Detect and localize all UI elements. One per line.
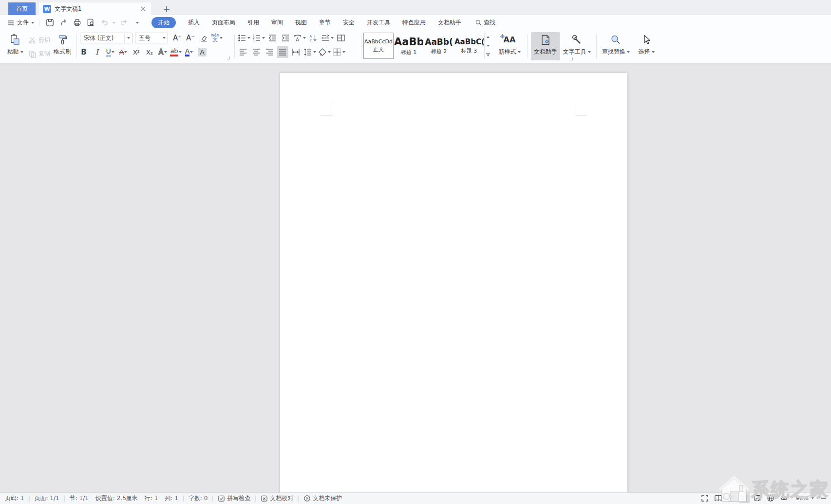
- zoom-out-button[interactable]: [818, 493, 829, 503]
- justify-button[interactable]: [277, 46, 288, 58]
- underline-button[interactable]: U: [104, 46, 116, 58]
- customize-quick-access-caret[interactable]: [136, 22, 139, 24]
- style-gallery-more[interactable]: [485, 50, 491, 59]
- menu-tab-references[interactable]: 引用: [247, 19, 259, 27]
- style-heading2[interactable]: AaBb( 标题 2: [424, 33, 454, 59]
- eye-protection-icon[interactable]: [778, 493, 789, 503]
- status-protection[interactable]: 文档未保护: [303, 494, 342, 503]
- style-heading3[interactable]: AaBbC( 标题 3: [454, 33, 484, 59]
- strikethrough-button[interactable]: A: [117, 46, 129, 58]
- font-size-dropdown[interactable]: [160, 33, 168, 43]
- undo-dropdown-caret[interactable]: [113, 22, 115, 24]
- close-tab-icon[interactable]: ×: [139, 5, 147, 13]
- subscript-button[interactable]: X₂: [144, 46, 155, 58]
- find-replace-button[interactable]: 查找替换: [599, 32, 632, 60]
- edit-mode-icon[interactable]: [726, 493, 737, 503]
- doc-assistant-button[interactable]: 文档助手: [531, 32, 560, 60]
- status-margin-setting[interactable]: 设置值: 2.5厘米: [95, 494, 138, 503]
- font-name-combobox[interactable]: 宋体 (正文): [80, 33, 132, 43]
- clear-format-button[interactable]: [198, 32, 209, 44]
- print-preview-button[interactable]: [85, 18, 96, 28]
- web-layout-icon[interactable]: [765, 493, 776, 503]
- read-layout-icon[interactable]: [713, 493, 723, 503]
- copy-button[interactable]: 复制: [28, 48, 50, 59]
- page-view-icon[interactable]: [739, 493, 750, 503]
- save-button[interactable]: [44, 18, 55, 28]
- new-tab-button[interactable]: +: [163, 2, 170, 15]
- status-line[interactable]: 行: 1: [145, 494, 158, 503]
- page-setup-grid-button[interactable]: [335, 32, 347, 44]
- export-pdf-button[interactable]: [58, 18, 69, 28]
- decrease-font-button[interactable]: A⁻: [185, 32, 196, 44]
- new-style-button[interactable]: AA 新样式: [495, 32, 524, 60]
- text-tool-button[interactable]: 文字工具: [561, 32, 592, 60]
- cut-button[interactable]: 剪切: [28, 35, 50, 45]
- paste-button[interactable]: 粘贴: [4, 32, 26, 60]
- zoom-caret[interactable]: [811, 497, 814, 499]
- wrench-icon: [570, 34, 583, 46]
- pinyin-guide-button[interactable]: wén文: [211, 32, 223, 44]
- italic-button[interactable]: I: [91, 46, 103, 58]
- document-page[interactable]: [280, 73, 627, 492]
- menu-tab-security[interactable]: 安全: [343, 19, 355, 27]
- styles-dialog-launcher[interactable]: [570, 57, 573, 60]
- show-marks-button[interactable]: [321, 32, 334, 44]
- zoom-value[interactable]: 90%: [795, 495, 809, 502]
- align-left-button[interactable]: [237, 46, 249, 58]
- borders-button[interactable]: [332, 46, 345, 58]
- menu-tab-dev-tools[interactable]: 开发工具: [367, 19, 390, 27]
- font-name-dropdown[interactable]: [124, 33, 132, 43]
- menu-tab-home[interactable]: 开始: [151, 17, 176, 28]
- font-size-combobox[interactable]: 五号: [135, 33, 168, 43]
- status-section[interactable]: 节: 1/1: [70, 494, 89, 503]
- numbered-list-button[interactable]: 123: [252, 32, 265, 44]
- menu-tab-section[interactable]: 章节: [319, 19, 331, 27]
- file-menu[interactable]: 文件: [7, 19, 34, 27]
- style-heading1[interactable]: AaBb 标题 1: [394, 33, 424, 59]
- undo-button[interactable]: [99, 18, 110, 28]
- highlight-color-button[interactable]: ab: [170, 46, 182, 58]
- status-page-number[interactable]: 页码: 1: [5, 494, 24, 503]
- menu-tab-page-layout[interactable]: 页面布局: [212, 19, 235, 27]
- menu-tab-view[interactable]: 视图: [295, 19, 307, 27]
- style-scroll-up[interactable]: [485, 33, 491, 41]
- font-color-button[interactable]: A: [183, 46, 195, 58]
- char-shading-button[interactable]: A: [196, 46, 208, 58]
- document-tab[interactable]: W 文字文稿1 ×: [38, 2, 152, 15]
- align-right-button[interactable]: [264, 46, 275, 58]
- increase-font-button[interactable]: A⁺: [171, 32, 183, 44]
- bullet-list-button[interactable]: [237, 32, 250, 44]
- status-word-count[interactable]: 字数: 0: [189, 494, 208, 503]
- outline-view-icon[interactable]: [752, 493, 763, 503]
- menu-tab-review[interactable]: 审阅: [271, 19, 283, 27]
- text-direction-button[interactable]: A: [293, 32, 306, 44]
- decrease-indent-button[interactable]: [266, 32, 278, 44]
- increase-indent-button[interactable]: [280, 32, 291, 44]
- print-button[interactable]: [72, 18, 82, 28]
- format-painter-button[interactable]: 格式刷: [51, 32, 74, 60]
- menu-tab-special-features[interactable]: 特色应用: [402, 19, 426, 27]
- sort-button[interactable]: AZ: [307, 32, 319, 44]
- shading-button[interactable]: [318, 46, 331, 58]
- font-dialog-launcher[interactable]: [227, 56, 230, 59]
- menu-tab-insert[interactable]: 插入: [188, 19, 200, 27]
- distribute-button[interactable]: [290, 46, 302, 58]
- fullscreen-icon[interactable]: [699, 493, 710, 503]
- line-spacing-button[interactable]: [303, 46, 316, 58]
- find-menu[interactable]: 查找: [475, 19, 495, 27]
- menu-tab-doc-assistant[interactable]: 文档助手: [438, 19, 461, 27]
- align-center-button[interactable]: [250, 46, 262, 58]
- status-proofread[interactable]: 文档校对: [261, 494, 293, 503]
- status-column[interactable]: 列: 1: [165, 494, 178, 503]
- style-normal[interactable]: AaBbCcDd 正文: [363, 33, 394, 59]
- bold-button[interactable]: B: [78, 46, 90, 58]
- status-spellcheck[interactable]: 拼写检查: [218, 494, 250, 503]
- style-scroll-down[interactable]: [485, 41, 491, 50]
- document-area[interactable]: [0, 63, 831, 492]
- status-pages[interactable]: 页面: 1/1: [35, 494, 59, 503]
- superscript-button[interactable]: X²: [131, 46, 142, 58]
- select-button[interactable]: 选择: [634, 32, 659, 60]
- redo-button[interactable]: [118, 18, 129, 28]
- home-tab[interactable]: 首页: [8, 2, 36, 15]
- text-effect-button[interactable]: A: [157, 46, 169, 58]
